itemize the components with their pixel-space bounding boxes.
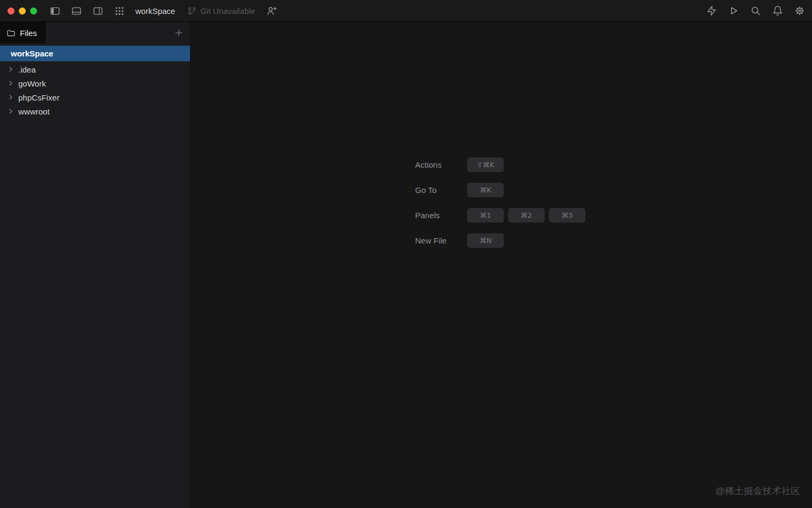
tab-files-label: Files [20, 28, 37, 38]
bell-icon [772, 5, 783, 16]
minimize-window-button[interactable] [19, 8, 26, 15]
quick-actions-button[interactable] [706, 5, 717, 16]
shortcut-row-actions: Actions ⇧⌘K [415, 158, 585, 172]
shortcut-row-panels: Panels ⌘1 ⌘2 ⌘3 [415, 208, 585, 223]
notifications-button[interactable] [772, 5, 783, 16]
chevron-right-icon[interactable] [6, 93, 15, 102]
play-icon [728, 5, 739, 16]
shortcut-label: New File [415, 236, 467, 245]
new-file-button[interactable] [174, 28, 184, 38]
tree-item-wwwroot[interactable]: wwwroot [0, 104, 190, 118]
kbd-badge: ⌘N [467, 233, 504, 248]
layout-right-panel-icon [93, 6, 103, 16]
kbd-badge: ⌘3 [549, 208, 585, 223]
sidebar-header: Files [0, 22, 190, 44]
shortcut-label: Panels [415, 211, 467, 220]
tree-item-label: phpCsFixer [18, 93, 60, 102]
content-area: Files workSpace .idea [0, 22, 812, 508]
git-branch-icon [187, 6, 197, 16]
toggle-bottom-panel-button[interactable] [71, 6, 82, 16]
window-title: workSpace [135, 6, 175, 16]
workspace-grid-button[interactable] [114, 6, 125, 16]
settings-button[interactable] [794, 5, 805, 16]
chevron-right-icon[interactable] [6, 107, 15, 116]
kbd-badge: ⌘K [467, 183, 504, 197]
panel-toggles [50, 6, 103, 16]
shortcut-row-newfile: New File ⌘N [415, 233, 585, 248]
search-icon [750, 5, 761, 16]
toggle-right-panel-button[interactable] [93, 6, 103, 16]
tree-item-label: .idea [18, 65, 36, 74]
gear-icon [794, 5, 805, 16]
tree-item-label: goWork [18, 79, 46, 88]
shortcut-row-goto: Go To ⌘K [415, 183, 585, 197]
tree-item-workspace-root[interactable]: workSpace [0, 46, 190, 61]
chevron-right-icon[interactable] [6, 65, 15, 74]
lightning-icon [706, 5, 717, 16]
folder-icon [6, 28, 16, 38]
watermark: @稀土掘金技术社区 [715, 485, 800, 497]
titlebar-right-actions [706, 5, 812, 16]
tree-item-phpcsfixer[interactable]: phpCsFixer [0, 90, 190, 104]
kbd-badge: ⇧⌘K [467, 158, 504, 172]
app-grid-icon [114, 6, 125, 16]
tree-item-gowork[interactable]: goWork [0, 76, 190, 90]
shortcut-label: Go To [415, 185, 467, 195]
kbd-badge: ⌘1 [467, 208, 504, 223]
search-button[interactable] [750, 5, 761, 16]
add-collaborator-button[interactable] [266, 5, 277, 16]
person-add-icon [266, 5, 277, 16]
editor-area: Actions ⇧⌘K Go To ⌘K Panels ⌘1 ⌘2 [191, 22, 812, 508]
layout-bottom-panel-icon [71, 6, 82, 16]
file-tree: workSpace .idea goWork [0, 44, 190, 118]
kbd-badge: ⌘2 [508, 208, 545, 223]
window-controls [0, 8, 37, 15]
app-window: workSpace Git Unavailable [0, 0, 812, 508]
tab-files[interactable]: Files [0, 22, 46, 44]
chevron-right-icon[interactable] [6, 79, 15, 88]
titlebar: workSpace Git Unavailable [0, 0, 812, 22]
git-status-button[interactable]: Git Unavailable [187, 6, 255, 16]
run-button[interactable] [728, 5, 739, 16]
layout-left-panel-icon [50, 6, 60, 16]
tree-item-label: workSpace [11, 49, 53, 58]
shortcut-label: Actions [415, 160, 467, 169]
tree-item-idea[interactable]: .idea [0, 62, 190, 76]
close-window-button[interactable] [8, 8, 15, 15]
git-status-label: Git Unavailable [200, 6, 255, 16]
plus-icon [174, 28, 184, 38]
tree-item-label: wwwroot [18, 107, 49, 116]
zoom-window-button[interactable] [30, 8, 37, 15]
shortcut-hints: Actions ⇧⌘K Go To ⌘K Panels ⌘1 ⌘2 [415, 158, 585, 248]
files-sidebar: Files workSpace .idea [0, 22, 191, 508]
toggle-left-panel-button[interactable] [50, 6, 60, 16]
